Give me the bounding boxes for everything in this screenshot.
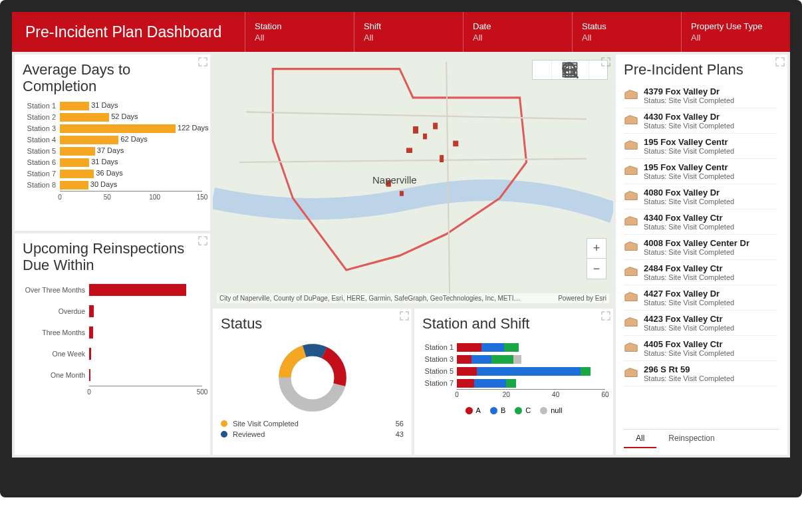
expand-icon[interactable]	[198, 57, 207, 66]
bar-category: Station 6	[23, 158, 60, 166]
tab-reinspection[interactable]: Reinspection	[656, 430, 726, 448]
monitor-frame: Pre-Incident Plan Dashboard Station All …	[0, 0, 802, 497]
plan-status: Status: Site Visit Completed	[644, 349, 777, 357]
zoom-out-button[interactable]: −	[587, 259, 606, 279]
bar-category: Station 4	[23, 136, 60, 144]
legend-name: B	[501, 406, 505, 414]
bar-segment	[504, 343, 519, 352]
svg-rect-6	[433, 123, 438, 130]
bar-category: Over Three Months	[23, 286, 89, 294]
filter-station[interactable]: Station All	[245, 12, 354, 52]
expand-icon[interactable]	[601, 311, 610, 321]
plan-title: 195 Fox Valley Centr	[644, 137, 777, 147]
plan-title: 4430 Fox Valley Dr	[644, 112, 777, 122]
plan-item[interactable]: 4008 Fox Valley Center DrStatus: Site Vi…	[624, 235, 777, 260]
expand-icon[interactable]	[198, 236, 207, 245]
center-column: Naperville + − City of Naperville, Count…	[213, 55, 613, 455]
filter-label: Status	[582, 21, 672, 31]
building-icon	[624, 164, 638, 180]
stacked-bar-row: Station 5	[422, 365, 605, 377]
building-icon	[624, 265, 638, 281]
plan-item[interactable]: 4430 Fox Valley DrStatus: Site Visit Com…	[624, 108, 777, 134]
plan-item[interactable]: 195 Fox Valley CentrStatus: Site Visit C…	[624, 159, 777, 184]
bar-value: 36 Days	[96, 169, 122, 177]
filter-property-use-type[interactable]: Property Use Type All	[681, 12, 790, 52]
legend-item: A	[466, 406, 481, 414]
bar-value: 52 Days	[111, 112, 138, 120]
plan-item[interactable]: 4379 Fox Valley DrStatus: Site Visit Com…	[624, 83, 777, 108]
bar-value: 31 Days	[91, 158, 118, 166]
plan-status: Status: Site Visit Completed	[644, 223, 777, 231]
bar-category: Station 5	[422, 367, 457, 375]
bar-segment	[513, 355, 521, 364]
plan-item[interactable]: 195 Fox Valley CentrStatus: Site Visit C…	[624, 134, 777, 159]
map[interactable]: Naperville + − City of Naperville, Count…	[213, 55, 613, 306]
legend-item: C	[515, 406, 531, 414]
bar-row: Station 131 Days	[23, 100, 202, 112]
station-shift-legend: ABCnull	[422, 406, 605, 414]
map-card: Naperville + − City of Naperville, Count…	[213, 55, 613, 306]
bar-segment	[457, 355, 471, 364]
bar-segment	[457, 343, 481, 352]
plan-title: 4423 Fox Valley Ctr	[644, 314, 777, 324]
card-title: Station and Shift	[422, 315, 605, 332]
station-shift-card: Station and Shift Station 1Station 3Stat…	[414, 309, 613, 455]
stacked-bar-row: Station 3	[422, 353, 605, 365]
svg-rect-11	[400, 191, 404, 196]
filter-date[interactable]: Date All	[463, 12, 572, 52]
bar-category: Station 2	[23, 113, 60, 121]
building-icon	[624, 316, 638, 332]
tab-all[interactable]: All	[624, 430, 656, 448]
left-column: Average Days to Completion Station 131 D…	[15, 55, 210, 455]
plan-item[interactable]: 296 S Rt 59Status: Site Visit Completed	[624, 361, 777, 386]
bar-row: Station 537 Days	[23, 146, 202, 157]
avg-days-chart: Station 131 DaysStation 252 DaysStation …	[23, 100, 202, 203]
bar-segment	[457, 367, 477, 376]
map-city-label: Naperville	[372, 174, 417, 186]
plan-title: 4405 Fox Valley Ctr	[644, 339, 777, 349]
legend-swatch	[221, 420, 227, 427]
building-icon	[624, 291, 638, 307]
plan-item[interactable]: 4423 Fox Valley CtrStatus: Site Visit Co…	[624, 311, 777, 336]
bar-value: 30 Days	[90, 180, 117, 188]
status-legend: Site Visit Completed56Reviewed43	[221, 418, 404, 440]
status-donut-chart	[221, 341, 404, 414]
svg-rect-5	[423, 134, 427, 140]
bar-row: Station 631 Days	[23, 157, 202, 168]
plan-item[interactable]: 4427 Fox Valley DrStatus: Site Visit Com…	[624, 285, 777, 311]
plan-item[interactable]: 4080 Fox Valley DrStatus: Site Visit Com…	[624, 184, 777, 209]
bar-segment	[457, 379, 474, 388]
plan-item[interactable]: 4340 Fox Valley CtrStatus: Site Visit Co…	[624, 209, 777, 235]
svg-rect-18	[571, 63, 577, 69]
plan-status: Status: Site Visit Completed	[644, 324, 777, 332]
filter-value: All	[691, 33, 781, 43]
building-icon	[624, 114, 638, 130]
expand-icon[interactable]	[601, 57, 610, 66]
plan-status: Status: Site Visit Completed	[644, 122, 777, 130]
bar-category: Overdue	[23, 307, 89, 315]
plans-tabs: All Reinspection	[624, 429, 779, 448]
bar-segment	[581, 367, 591, 376]
plan-item[interactable]: 2484 Fox Valley CtrStatus: Site Visit Co…	[624, 260, 777, 285]
bar-value: 122 Days	[178, 124, 208, 132]
filter-status[interactable]: Status All	[572, 12, 681, 52]
expand-icon[interactable]	[400, 311, 409, 321]
legend-item: Site Visit Completed56	[221, 418, 404, 429]
plan-item[interactable]: 4405 Fox Valley CtrStatus: Site Visit Co…	[624, 336, 777, 361]
expand-icon[interactable]	[775, 57, 785, 66]
plans-list[interactable]: 4379 Fox Valley DrStatus: Site Visit Com…	[624, 83, 779, 426]
stacked-bar-row: Station 1	[422, 341, 605, 353]
filter-label: Station	[255, 21, 344, 31]
bar-value: 62 Days	[120, 135, 147, 143]
filter-value: All	[364, 33, 454, 43]
bar-category: Three Months	[23, 329, 89, 336]
bar-category: Station 1	[422, 343, 457, 351]
attribution-text: City of Naperville, County of DuPage, Es…	[219, 295, 520, 302]
plan-title: 4427 Fox Valley Dr	[644, 289, 777, 299]
zoom-in-button[interactable]: +	[587, 239, 606, 259]
bar-row: Overdue	[23, 301, 202, 322]
svg-rect-4	[413, 126, 418, 134]
plan-title: 4008 Fox Valley Center Dr	[644, 238, 777, 248]
filter-shift[interactable]: Shift All	[354, 12, 463, 52]
plan-status: Status: Site Visit Completed	[644, 374, 777, 382]
